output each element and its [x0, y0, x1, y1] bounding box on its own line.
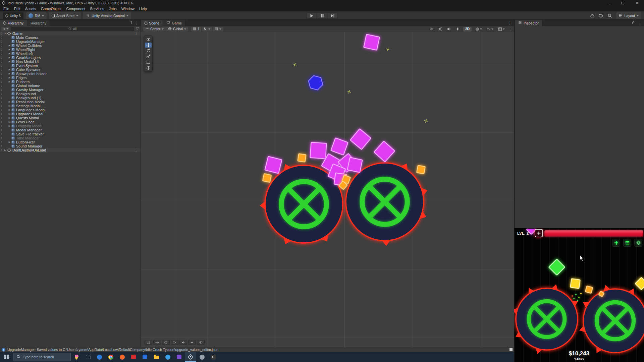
rect-tool-button[interactable]: [145, 60, 152, 65]
hierarchy-item-wheelright[interactable]: ▶WheelRight: [0, 48, 141, 52]
lock-icon[interactable]: [632, 22, 635, 24]
hierarchy-item-save-file-tracker[interactable]: Save File tracker: [0, 132, 141, 136]
asset-store-button[interactable]: Asset Store: [49, 12, 81, 19]
maximize-button[interactable]: [616, 0, 630, 6]
game-upgrades-button[interactable]: [623, 239, 631, 247]
start-button[interactable]: [0, 352, 13, 362]
hierarchy-item-wheelleft[interactable]: ▶WheelLeft: [0, 52, 141, 56]
global-search-button[interactable]: [607, 13, 612, 18]
hierarchy-item-resolution-modal[interactable]: ▶Resolution Modal: [0, 100, 141, 104]
overlay-sphere-button[interactable]: [162, 340, 170, 345]
overlay-cam-button[interactable]: [171, 340, 178, 345]
overlay-audio-button[interactable]: [179, 340, 187, 345]
cloud-services-button[interactable]: [590, 13, 595, 18]
unity-version-button[interactable]: Unity 6: [3, 12, 23, 19]
minimize-button[interactable]: [602, 0, 616, 6]
hierarchy-item-time-manager[interactable]: Time Manager: [0, 136, 141, 140]
level-upgrade-button[interactable]: [535, 229, 543, 237]
scene-viewport[interactable]: [141, 32, 514, 347]
menu-edit[interactable]: Edit: [12, 6, 23, 11]
game-add-button[interactable]: [612, 239, 620, 247]
scene-menu-icon[interactable]: ⋮: [508, 27, 512, 31]
2d-mode-toggle[interactable]: 2D: [463, 27, 472, 32]
audio-toggle[interactable]: [446, 27, 452, 32]
taskbar-app-file-explorer[interactable]: [151, 352, 162, 362]
hierarchy-item-eventsystem[interactable]: EventSystem: [0, 64, 141, 68]
hierarchy-item-gravity-manager[interactable]: Gravity Manager: [0, 88, 141, 92]
lock-icon[interactable]: [129, 22, 132, 24]
pivot-dropdown[interactable]: Center: [143, 27, 166, 32]
transform-tool-button[interactable]: [145, 65, 152, 70]
hierarchy-item-settings-modal[interactable]: ▶Settings Modal: [0, 104, 141, 108]
menu-services[interactable]: Services: [88, 6, 106, 11]
foldout-arrow-icon[interactable]: ▶: [8, 52, 11, 56]
hierarchy-item-non-modal-ui[interactable]: ▶Non Modal UI: [0, 60, 141, 64]
taskbar-app-firefox[interactable]: [116, 352, 128, 362]
foldout-arrow-icon[interactable]: ▶: [8, 76, 11, 80]
overlay-eye-button[interactable]: [197, 340, 205, 345]
hierarchy-item-spawnpoint-holder[interactable]: ▶Spawnpoint holder: [0, 72, 141, 76]
hierarchy-scene-dontdestroyonload[interactable]: ▶DontDestroyOnLoad⋮: [0, 148, 141, 152]
taskbar-app-dessert-app[interactable]: [71, 352, 82, 362]
game-canvas[interactable]: [514, 229, 644, 362]
menu-window[interactable]: Window: [119, 6, 137, 11]
taskbar-app-unity-hub[interactable]: [208, 352, 219, 362]
overlay-fx-button[interactable]: [188, 340, 196, 345]
tab-hierarchy-2[interactable]: Hierarchy: [27, 20, 50, 26]
menu-help[interactable]: Help: [137, 6, 149, 11]
taskbar-app-task-view[interactable]: [82, 352, 94, 362]
pause-button[interactable]: [317, 12, 327, 19]
game-settings-button[interactable]: [634, 239, 642, 247]
menu-assets[interactable]: Assets: [23, 6, 39, 11]
foldout-arrow-icon[interactable]: ▶: [8, 108, 11, 112]
foldout-arrow-icon[interactable]: ▶: [8, 120, 11, 124]
taskbar-app-vscode[interactable]: [162, 352, 173, 362]
hierarchy-item-modal-manager[interactable]: Modal Manager: [0, 128, 141, 132]
status-message[interactable]: UpgradeManager: Saved values to C:\Users…: [7, 348, 218, 352]
move-tool-button[interactable]: [145, 43, 152, 48]
hierarchy-item-upgrademanager[interactable]: UpgradeManager: [0, 40, 141, 44]
scene-canvas[interactable]: [141, 32, 514, 347]
foldout-arrow-icon[interactable]: ▶: [8, 68, 11, 72]
foldout-arrow-icon[interactable]: ▶: [3, 148, 7, 152]
scale-tool-button[interactable]: [145, 54, 152, 59]
grid-dropdown[interactable]: [497, 27, 506, 32]
overlay-move-button[interactable]: [153, 340, 161, 345]
hierarchy-item-main-camera[interactable]: Main Camera: [0, 36, 141, 40]
foldout-arrow-icon[interactable]: ▶: [8, 116, 11, 120]
hierarchy-item-pushers[interactable]: ▶Pushers: [0, 80, 141, 84]
lighting-toggle[interactable]: [437, 27, 443, 32]
taskbar-search-input[interactable]: Type here to search: [13, 353, 71, 361]
foldout-arrow-icon[interactable]: ▶: [8, 72, 11, 76]
panel-divider[interactable]: [141, 20, 141, 347]
hierarchy-item-dragging-modal[interactable]: ▶Dragging Modal: [0, 124, 141, 128]
foldout-arrow-icon[interactable]: ▶: [8, 104, 11, 108]
foldout-arrow-icon[interactable]: ▶: [8, 56, 11, 60]
panel-menu-icon[interactable]: ⋮: [135, 21, 138, 25]
hierarchy-scene-game[interactable]: ▼Game⋮: [0, 32, 141, 36]
taskbar-app-outlook[interactable]: [139, 352, 151, 362]
effects-toggle[interactable]: [454, 27, 461, 32]
taskbar-app-github-desktop[interactable]: [173, 352, 185, 362]
camera-dropdown[interactable]: [486, 27, 494, 32]
hierarchy-item-level-page[interactable]: ▶Level Page: [0, 120, 141, 124]
orientation-dropdown[interactable]: Global: [166, 27, 188, 32]
hierarchy-item-background-1[interactable]: Background (1): [0, 96, 141, 100]
foldout-arrow-icon[interactable]: ▼: [3, 32, 7, 36]
taskbar-app-unity-editor[interactable]: [185, 352, 196, 362]
taskbar-app-settings[interactable]: [196, 352, 208, 362]
rotate-tool-button[interactable]: [145, 48, 152, 53]
grid-visibility-dropdown[interactable]: [212, 27, 223, 32]
foldout-arrow-icon[interactable]: ▶: [8, 48, 11, 52]
close-button[interactable]: ×: [630, 0, 644, 6]
foldout-arrow-icon[interactable]: ▶: [8, 112, 11, 116]
foldout-arrow-icon[interactable]: ▶: [8, 100, 11, 104]
hierarchy-item-gearmanagers[interactable]: ▶GearManagers: [0, 56, 141, 60]
panel-menu-icon[interactable]: ⋮: [508, 21, 512, 25]
hierarchy-item-quests-modal[interactable]: ▶Quests Modal: [0, 116, 141, 120]
visibility-toggle[interactable]: [428, 27, 434, 32]
menu-component[interactable]: Component: [64, 6, 88, 11]
taskbar-app-chrome[interactable]: [105, 352, 116, 362]
tab-scene[interactable]: Scene: [141, 20, 163, 26]
menu-file[interactable]: File: [1, 6, 12, 11]
